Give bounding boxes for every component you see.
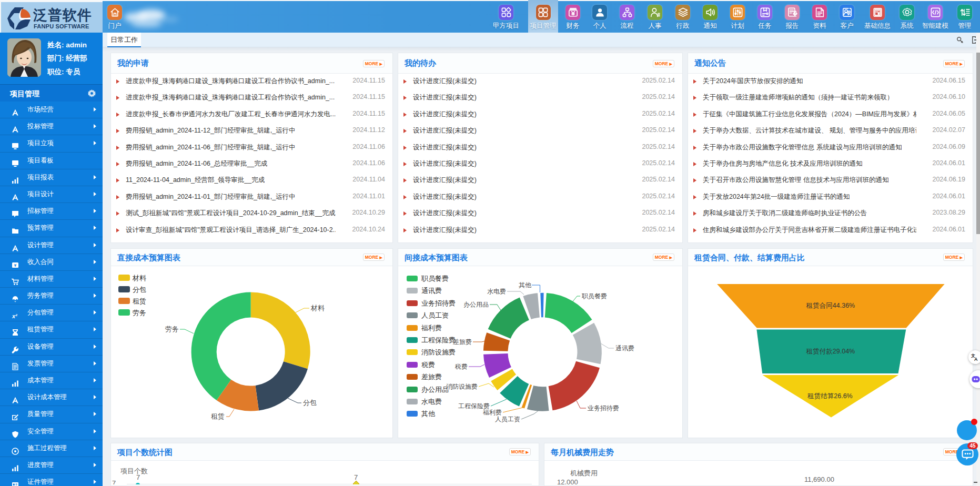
svg-text:x²: x² — [12, 313, 17, 319]
svg-text:7: 7 — [354, 473, 358, 481]
svg-text:分包: 分包 — [133, 286, 146, 293]
svg-text:税费: 税费 — [454, 363, 468, 370]
svg-text:材料: 材料 — [310, 304, 325, 312]
svg-text:消防设施费: 消防设施费 — [421, 348, 456, 356]
svg-text:通讯费: 通讯费 — [615, 345, 634, 352]
svg-text:材料: 材料 — [132, 274, 146, 282]
svg-text:11,690.00: 11,690.00 — [804, 475, 834, 483]
svg-text:办公用品: 办公用品 — [421, 386, 449, 393]
svg-text:工程保险费: 工程保险费 — [421, 336, 456, 344]
svg-text:职员餐费: 职员餐费 — [421, 275, 449, 282]
svg-text:税费: 税费 — [421, 361, 435, 369]
svg-text:12,000: 12,000 — [557, 478, 578, 484]
svg-text:7: 7 — [112, 479, 116, 484]
svg-text:福利费: 福利费 — [421, 324, 442, 332]
svg-text:人员工资: 人员工资 — [495, 416, 520, 423]
svg-text:职员餐费: 职员餐费 — [582, 292, 607, 300]
svg-text:租赁: 租赁 — [133, 297, 146, 305]
svg-text:机械费用: 机械费用 — [570, 469, 598, 477]
svg-text:租赁结算26.6%: 租赁结算26.6% — [807, 392, 852, 400]
svg-text:差旅费: 差旅费 — [452, 338, 472, 346]
svg-text:劳务: 劳务 — [165, 325, 179, 333]
svg-text:办公用品: 办公用品 — [463, 301, 489, 308]
svg-text:¥: ¥ — [14, 263, 17, 268]
svg-text:水电费: 水电费 — [487, 288, 506, 295]
svg-text:其他: 其他 — [421, 410, 436, 418]
svg-text:水电费: 水电费 — [421, 398, 442, 406]
svg-text:租赁合同44.36%: 租赁合同44.36% — [806, 302, 855, 309]
svg-text:差旅费: 差旅费 — [421, 373, 442, 381]
svg-text:项目个数: 项目个数 — [120, 467, 148, 475]
svg-text:7: 7 — [136, 473, 140, 481]
svg-text:业务招待费: 业务招待费 — [588, 404, 619, 412]
svg-text:福利费: 福利费 — [482, 409, 502, 416]
svg-text:业务招待费: 业务招待费 — [421, 299, 456, 307]
svg-text:分包: 分包 — [303, 399, 317, 407]
svg-text:人员工资: 人员工资 — [421, 311, 449, 319]
svg-text:消防设施费: 消防设施费 — [446, 383, 478, 390]
svg-text:通讯费: 通讯费 — [421, 287, 442, 295]
svg-text:租赁付款29.04%: 租赁付款29.04% — [806, 348, 855, 355]
svg-text:A: A — [974, 357, 978, 361]
svg-text:租赁: 租赁 — [211, 412, 225, 420]
svg-text:其他: 其他 — [519, 281, 532, 289]
svg-text:劳务: 劳务 — [133, 309, 146, 317]
